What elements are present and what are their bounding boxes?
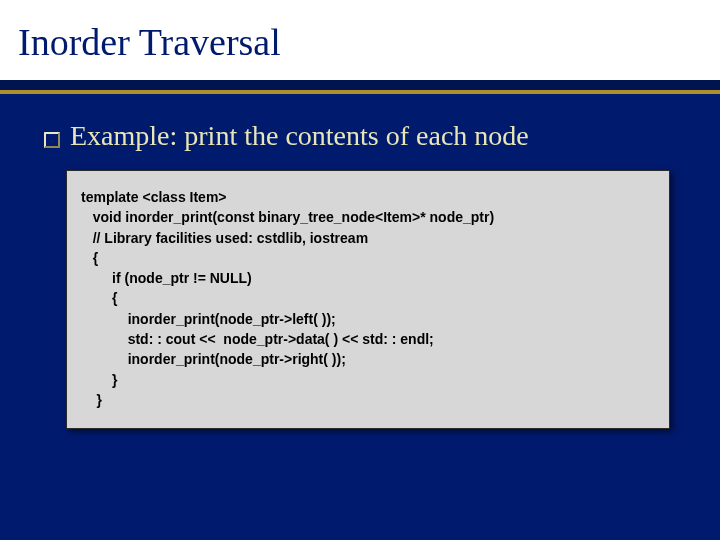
code-line: { bbox=[81, 288, 655, 308]
code-line: } bbox=[81, 370, 655, 390]
divider-dark bbox=[0, 80, 720, 90]
code-line: std: : cout << node_ptr->data( ) << std:… bbox=[81, 329, 655, 349]
slide: Inorder Traversal Example: print the con… bbox=[0, 0, 720, 540]
code-line: void inorder_print(const binary_tree_nod… bbox=[81, 207, 655, 227]
code-line: inorder_print(node_ptr->right( )); bbox=[81, 349, 655, 369]
example-text: print the contents of each node bbox=[177, 120, 528, 151]
content-area: Example: print the contents of each node… bbox=[0, 94, 720, 429]
svg-rect-0 bbox=[45, 133, 59, 147]
code-line: } bbox=[81, 390, 655, 410]
code-line: { bbox=[81, 248, 655, 268]
bullet-item: Example: print the contents of each node bbox=[44, 120, 692, 152]
bullet-text: Example: print the contents of each node bbox=[70, 120, 529, 152]
code-line: if (node_ptr != NULL) bbox=[81, 268, 655, 288]
example-label: Example: bbox=[70, 120, 177, 151]
code-block: template <class Item> void inorder_print… bbox=[66, 170, 670, 429]
code-line: // Library facilities used: cstdlib, ios… bbox=[81, 228, 655, 248]
slide-title: Inorder Traversal bbox=[0, 0, 720, 80]
bullet-square-icon bbox=[44, 132, 60, 148]
code-line: template <class Item> bbox=[81, 187, 655, 207]
code-line: inorder_print(node_ptr->left( )); bbox=[81, 309, 655, 329]
